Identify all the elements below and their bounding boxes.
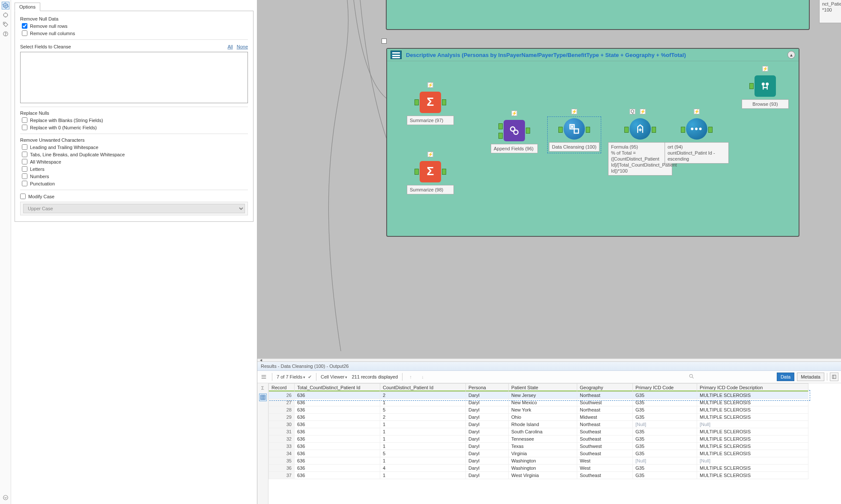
table-cell[interactable]: South Carolina xyxy=(509,428,577,435)
table-cell[interactable]: 36 xyxy=(269,465,295,472)
table-cell[interactable]: 2 xyxy=(380,392,466,399)
table-cell[interactable]: Northeast xyxy=(577,392,633,399)
table-cell[interactable]: G35 xyxy=(633,392,697,399)
table-cell[interactable]: Northeast xyxy=(577,406,633,414)
table-cell[interactable]: G35 xyxy=(633,406,697,414)
tabs-dup-checkbox[interactable] xyxy=(22,152,27,157)
select-all-link[interactable]: All xyxy=(227,44,233,49)
table-cell[interactable]: 636 xyxy=(295,450,380,457)
table-cell[interactable]: Southwest xyxy=(577,399,633,406)
table-cell[interactable]: MULTIPLE SCLEROSIS xyxy=(697,465,808,472)
remove-null-rows-checkbox[interactable] xyxy=(22,23,27,29)
column-header[interactable]: Geography xyxy=(577,384,633,392)
table-row[interactable]: 286365DarylNew YorkNortheastG35MULTIPLE … xyxy=(269,406,808,414)
table-cell[interactable]: MULTIPLE SCLEROSIS xyxy=(697,428,808,435)
table-cell[interactable]: G35 xyxy=(633,428,697,435)
arrow-down-icon[interactable]: ↓ xyxy=(419,373,426,381)
table-cell[interactable]: 636 xyxy=(295,465,380,472)
target-icon[interactable] xyxy=(2,11,9,19)
table-cell[interactable]: MULTIPLE SCLEROSIS xyxy=(697,450,808,457)
table-cell[interactable]: Southeast xyxy=(577,428,633,435)
table-cell[interactable]: MULTIPLE SCLEROSIS xyxy=(697,399,808,406)
table-cell[interactable]: MULTIPLE SCLEROSIS xyxy=(697,443,808,450)
table-cell[interactable]: Texas xyxy=(509,443,577,450)
help-icon[interactable] xyxy=(2,30,9,38)
tool-append-fields-96[interactable]: ⚡ Append Fields (96) xyxy=(491,120,538,153)
remove-null-cols-checkbox[interactable] xyxy=(22,30,27,36)
tool-formula-95[interactable]: Q ⚡ Formula (95)% of Total = ([CountDist… xyxy=(608,118,672,176)
table-cell[interactable]: 1 xyxy=(380,435,466,443)
metadata-tab-button[interactable]: Metadata xyxy=(797,373,824,381)
table-cell[interactable]: Daryl xyxy=(466,414,509,421)
table-cell[interactable]: 636 xyxy=(295,472,380,479)
table-cell[interactable]: Daryl xyxy=(466,457,509,465)
table-cell[interactable]: 636 xyxy=(295,414,380,421)
punctuation-checkbox[interactable] xyxy=(22,181,27,186)
grid-icon[interactable] xyxy=(259,394,267,401)
column-header[interactable]: Primary ICD Code xyxy=(633,384,697,392)
container-collapse-button[interactable]: ▲ xyxy=(787,51,795,59)
table-cell[interactable]: New York xyxy=(509,406,577,414)
table-cell[interactable]: [Null] xyxy=(697,421,808,428)
table-cell[interactable]: G35 xyxy=(633,443,697,450)
table-cell[interactable]: 636 xyxy=(295,435,380,443)
table-cell[interactable]: 1 xyxy=(380,399,466,406)
table-cell[interactable]: [Null] xyxy=(697,457,808,465)
table-cell[interactable]: New Jersey xyxy=(509,392,577,399)
table-cell[interactable]: 33 xyxy=(269,443,295,450)
table-cell[interactable]: 34 xyxy=(269,450,295,457)
table-cell[interactable]: MULTIPLE SCLEROSIS xyxy=(697,435,808,443)
workflow-canvas[interactable]: nct_Patient Id]) *100 Descriptive Analys… xyxy=(257,0,841,358)
tool-browse-93[interactable]: ⚡ Browse (93) xyxy=(742,75,789,109)
table-cell[interactable]: Virginia xyxy=(509,450,577,457)
table-cell[interactable]: West xyxy=(577,457,633,465)
tool-summarize-97[interactable]: ⚡ Summarize (97) xyxy=(407,92,454,125)
column-header[interactable]: Patient State xyxy=(509,384,577,392)
fields-listbox[interactable] xyxy=(20,52,248,103)
table-cell[interactable]: G35 xyxy=(633,465,697,472)
select-none-link[interactable]: None xyxy=(237,44,248,49)
popout-icon[interactable] xyxy=(830,373,838,381)
table-cell[interactable]: G35 xyxy=(633,414,697,421)
table-cell[interactable]: 1 xyxy=(380,443,466,450)
tool-data-cleansing-100[interactable]: ⚡ Data Cleansing (100) xyxy=(549,118,599,152)
table-cell[interactable]: Daryl xyxy=(466,399,509,406)
data-tab-button[interactable]: Data xyxy=(777,373,794,381)
tab-options[interactable]: Options xyxy=(15,3,40,11)
table-cell[interactable]: 636 xyxy=(295,421,380,428)
table-cell[interactable]: Daryl xyxy=(466,421,509,428)
tool-sort-94[interactable]: ⚡ ort (94)ountDistinct_Patint Id - escen… xyxy=(665,118,729,164)
rows-menu-icon[interactable] xyxy=(260,373,268,381)
table-cell[interactable]: Southeast xyxy=(577,450,633,457)
table-cell[interactable]: Daryl xyxy=(466,406,509,414)
table-cell[interactable]: 29 xyxy=(269,414,295,421)
column-header[interactable]: Total_CountDistinct_Patient Id xyxy=(295,384,380,392)
table-cell[interactable]: 636 xyxy=(295,399,380,406)
column-header[interactable]: Primary ICD Code Description xyxy=(697,384,808,392)
chevron-down-icon[interactable] xyxy=(2,494,9,501)
table-cell[interactable]: 1 xyxy=(380,457,466,465)
table-row[interactable]: 356361DarylWashingtonWest[Null][Null] xyxy=(269,457,808,465)
table-cell[interactable]: 27 xyxy=(269,399,295,406)
results-grid-scroll[interactable]: RecordTotal_CountDistinct_Patient IdCoun… xyxy=(268,383,841,504)
table-cell[interactable]: Daryl xyxy=(466,435,509,443)
table-cell[interactable]: Daryl xyxy=(466,443,509,450)
table-row[interactable]: 276361DarylNew MexicoSouthwestG35MULTIPL… xyxy=(269,399,808,406)
table-cell[interactable]: 37 xyxy=(269,472,295,479)
table-cell[interactable]: 32 xyxy=(269,435,295,443)
table-cell[interactable]: Northeast xyxy=(577,421,633,428)
sigma-icon[interactable]: Σ xyxy=(259,384,267,392)
table-cell[interactable]: 636 xyxy=(295,406,380,414)
numbers-checkbox[interactable] xyxy=(22,173,27,179)
table-cell[interactable]: 30 xyxy=(269,421,295,428)
table-cell[interactable]: Daryl xyxy=(466,472,509,479)
table-cell[interactable]: Southeast xyxy=(577,435,633,443)
table-cell[interactable]: MULTIPLE SCLEROSIS xyxy=(697,414,808,421)
table-cell[interactable]: [Null] xyxy=(633,421,697,428)
table-cell[interactable]: 31 xyxy=(269,428,295,435)
table-cell[interactable]: Washington xyxy=(509,465,577,472)
tool-summarize-98[interactable]: ⚡ Summarize (98) xyxy=(407,161,454,194)
table-cell[interactable]: Daryl xyxy=(466,392,509,399)
replace-blanks-checkbox[interactable] xyxy=(22,117,27,123)
table-cell[interactable]: 636 xyxy=(295,443,380,450)
